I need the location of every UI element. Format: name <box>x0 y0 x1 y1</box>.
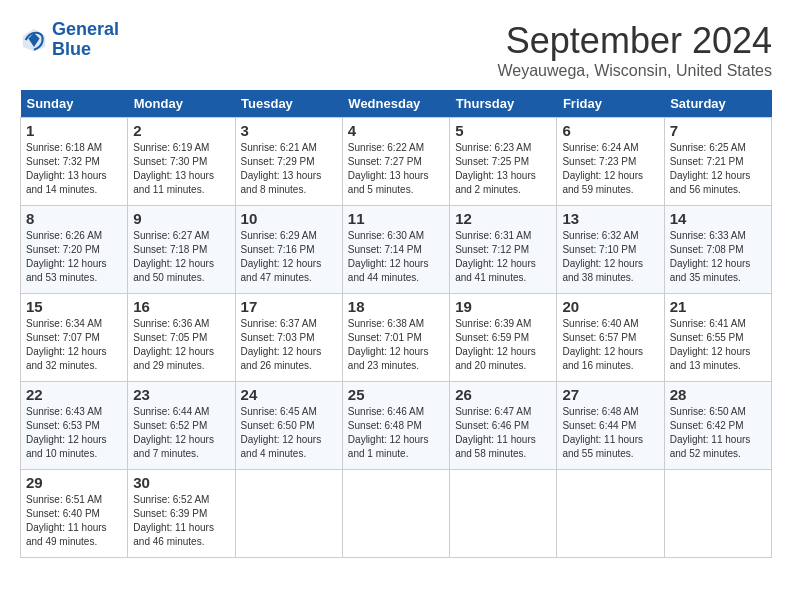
day-number: 24 <box>241 386 337 403</box>
calendar-cell: 5Sunrise: 6:23 AMSunset: 7:25 PMDaylight… <box>450 118 557 206</box>
day-info: Sunrise: 6:38 AMSunset: 7:01 PMDaylight:… <box>348 317 444 373</box>
day-info: Sunrise: 6:32 AMSunset: 7:10 PMDaylight:… <box>562 229 658 285</box>
day-info: Sunrise: 6:34 AMSunset: 7:07 PMDaylight:… <box>26 317 122 373</box>
calendar-cell: 29Sunrise: 6:51 AMSunset: 6:40 PMDayligh… <box>21 470 128 558</box>
page-header: General Blue September 2024 Weyauwega, W… <box>20 20 772 80</box>
calendar-cell: 15Sunrise: 6:34 AMSunset: 7:07 PMDayligh… <box>21 294 128 382</box>
logo: General Blue <box>20 20 119 60</box>
calendar-cell <box>342 470 449 558</box>
day-info: Sunrise: 6:40 AMSunset: 6:57 PMDaylight:… <box>562 317 658 373</box>
calendar-cell: 13Sunrise: 6:32 AMSunset: 7:10 PMDayligh… <box>557 206 664 294</box>
logo-icon <box>20 26 48 54</box>
day-number: 2 <box>133 122 229 139</box>
weekday-tuesday: Tuesday <box>235 90 342 118</box>
day-info: Sunrise: 6:31 AMSunset: 7:12 PMDaylight:… <box>455 229 551 285</box>
day-number: 12 <box>455 210 551 227</box>
calendar-cell: 28Sunrise: 6:50 AMSunset: 6:42 PMDayligh… <box>664 382 771 470</box>
calendar-cell: 6Sunrise: 6:24 AMSunset: 7:23 PMDaylight… <box>557 118 664 206</box>
calendar-cell: 20Sunrise: 6:40 AMSunset: 6:57 PMDayligh… <box>557 294 664 382</box>
day-info: Sunrise: 6:23 AMSunset: 7:25 PMDaylight:… <box>455 141 551 197</box>
weekday-saturday: Saturday <box>664 90 771 118</box>
calendar-cell: 2Sunrise: 6:19 AMSunset: 7:30 PMDaylight… <box>128 118 235 206</box>
day-info: Sunrise: 6:30 AMSunset: 7:14 PMDaylight:… <box>348 229 444 285</box>
day-number: 20 <box>562 298 658 315</box>
calendar-cell: 8Sunrise: 6:26 AMSunset: 7:20 PMDaylight… <box>21 206 128 294</box>
logo-blue: Blue <box>52 39 91 59</box>
calendar-cell: 10Sunrise: 6:29 AMSunset: 7:16 PMDayligh… <box>235 206 342 294</box>
calendar-cell: 16Sunrise: 6:36 AMSunset: 7:05 PMDayligh… <box>128 294 235 382</box>
day-number: 7 <box>670 122 766 139</box>
calendar-cell: 11Sunrise: 6:30 AMSunset: 7:14 PMDayligh… <box>342 206 449 294</box>
day-number: 16 <box>133 298 229 315</box>
calendar-table: SundayMondayTuesdayWednesdayThursdayFrid… <box>20 90 772 558</box>
day-number: 11 <box>348 210 444 227</box>
day-info: Sunrise: 6:39 AMSunset: 6:59 PMDaylight:… <box>455 317 551 373</box>
day-info: Sunrise: 6:33 AMSunset: 7:08 PMDaylight:… <box>670 229 766 285</box>
day-number: 1 <box>26 122 122 139</box>
day-number: 21 <box>670 298 766 315</box>
day-number: 10 <box>241 210 337 227</box>
week-row-2: 8Sunrise: 6:26 AMSunset: 7:20 PMDaylight… <box>21 206 772 294</box>
day-number: 30 <box>133 474 229 491</box>
calendar-cell: 12Sunrise: 6:31 AMSunset: 7:12 PMDayligh… <box>450 206 557 294</box>
day-info: Sunrise: 6:45 AMSunset: 6:50 PMDaylight:… <box>241 405 337 461</box>
calendar-cell: 9Sunrise: 6:27 AMSunset: 7:18 PMDaylight… <box>128 206 235 294</box>
day-number: 9 <box>133 210 229 227</box>
day-info: Sunrise: 6:19 AMSunset: 7:30 PMDaylight:… <box>133 141 229 197</box>
day-number: 27 <box>562 386 658 403</box>
day-info: Sunrise: 6:37 AMSunset: 7:03 PMDaylight:… <box>241 317 337 373</box>
weekday-header-row: SundayMondayTuesdayWednesdayThursdayFrid… <box>21 90 772 118</box>
calendar-cell: 4Sunrise: 6:22 AMSunset: 7:27 PMDaylight… <box>342 118 449 206</box>
day-number: 14 <box>670 210 766 227</box>
day-info: Sunrise: 6:22 AMSunset: 7:27 PMDaylight:… <box>348 141 444 197</box>
day-info: Sunrise: 6:26 AMSunset: 7:20 PMDaylight:… <box>26 229 122 285</box>
day-number: 15 <box>26 298 122 315</box>
calendar-cell: 25Sunrise: 6:46 AMSunset: 6:48 PMDayligh… <box>342 382 449 470</box>
logo-general: General <box>52 19 119 39</box>
day-number: 23 <box>133 386 229 403</box>
calendar-cell: 19Sunrise: 6:39 AMSunset: 6:59 PMDayligh… <box>450 294 557 382</box>
day-info: Sunrise: 6:43 AMSunset: 6:53 PMDaylight:… <box>26 405 122 461</box>
calendar-cell <box>664 470 771 558</box>
day-info: Sunrise: 6:25 AMSunset: 7:21 PMDaylight:… <box>670 141 766 197</box>
day-info: Sunrise: 6:36 AMSunset: 7:05 PMDaylight:… <box>133 317 229 373</box>
calendar-cell: 14Sunrise: 6:33 AMSunset: 7:08 PMDayligh… <box>664 206 771 294</box>
day-info: Sunrise: 6:52 AMSunset: 6:39 PMDaylight:… <box>133 493 229 549</box>
weekday-wednesday: Wednesday <box>342 90 449 118</box>
day-number: 17 <box>241 298 337 315</box>
location: Weyauwega, Wisconsin, United States <box>498 62 773 80</box>
day-info: Sunrise: 6:41 AMSunset: 6:55 PMDaylight:… <box>670 317 766 373</box>
day-number: 28 <box>670 386 766 403</box>
weekday-friday: Friday <box>557 90 664 118</box>
day-number: 26 <box>455 386 551 403</box>
day-number: 22 <box>26 386 122 403</box>
day-info: Sunrise: 6:47 AMSunset: 6:46 PMDaylight:… <box>455 405 551 461</box>
calendar-cell: 23Sunrise: 6:44 AMSunset: 6:52 PMDayligh… <box>128 382 235 470</box>
calendar-cell <box>557 470 664 558</box>
calendar-cell: 26Sunrise: 6:47 AMSunset: 6:46 PMDayligh… <box>450 382 557 470</box>
day-info: Sunrise: 6:18 AMSunset: 7:32 PMDaylight:… <box>26 141 122 197</box>
calendar-cell: 18Sunrise: 6:38 AMSunset: 7:01 PMDayligh… <box>342 294 449 382</box>
calendar-cell <box>235 470 342 558</box>
day-info: Sunrise: 6:29 AMSunset: 7:16 PMDaylight:… <box>241 229 337 285</box>
day-info: Sunrise: 6:48 AMSunset: 6:44 PMDaylight:… <box>562 405 658 461</box>
day-info: Sunrise: 6:27 AMSunset: 7:18 PMDaylight:… <box>133 229 229 285</box>
day-info: Sunrise: 6:21 AMSunset: 7:29 PMDaylight:… <box>241 141 337 197</box>
day-number: 8 <box>26 210 122 227</box>
calendar-cell: 3Sunrise: 6:21 AMSunset: 7:29 PMDaylight… <box>235 118 342 206</box>
calendar-cell <box>450 470 557 558</box>
day-info: Sunrise: 6:50 AMSunset: 6:42 PMDaylight:… <box>670 405 766 461</box>
day-number: 13 <box>562 210 658 227</box>
day-number: 29 <box>26 474 122 491</box>
weekday-thursday: Thursday <box>450 90 557 118</box>
day-info: Sunrise: 6:51 AMSunset: 6:40 PMDaylight:… <box>26 493 122 549</box>
day-number: 4 <box>348 122 444 139</box>
calendar-cell: 1Sunrise: 6:18 AMSunset: 7:32 PMDaylight… <box>21 118 128 206</box>
calendar-cell: 30Sunrise: 6:52 AMSunset: 6:39 PMDayligh… <box>128 470 235 558</box>
weekday-sunday: Sunday <box>21 90 128 118</box>
week-row-1: 1Sunrise: 6:18 AMSunset: 7:32 PMDaylight… <box>21 118 772 206</box>
day-number: 18 <box>348 298 444 315</box>
calendar-cell: 7Sunrise: 6:25 AMSunset: 7:21 PMDaylight… <box>664 118 771 206</box>
title-block: September 2024 Weyauwega, Wisconsin, Uni… <box>498 20 773 80</box>
day-number: 6 <box>562 122 658 139</box>
